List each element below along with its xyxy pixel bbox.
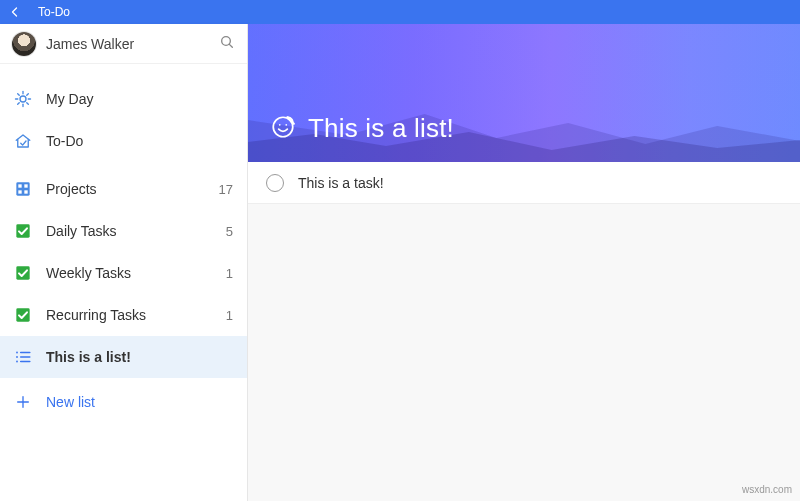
user-row[interactable]: James Walker bbox=[0, 24, 247, 64]
watermark: wsxdn.com bbox=[742, 484, 792, 495]
list-header: This is a list! bbox=[248, 24, 800, 162]
sun-icon bbox=[14, 90, 32, 108]
sidebar-item-my-day[interactable]: My Day bbox=[0, 78, 247, 120]
svg-line-8 bbox=[27, 103, 29, 105]
svg-point-21 bbox=[16, 361, 18, 363]
task-checkbox[interactable] bbox=[266, 174, 284, 192]
sidebar-item-count: 1 bbox=[217, 308, 233, 323]
back-button[interactable] bbox=[8, 5, 22, 19]
svg-line-7 bbox=[18, 94, 20, 96]
svg-rect-12 bbox=[18, 184, 21, 187]
sidebar-item-count: 5 bbox=[217, 224, 233, 239]
sidebar-item-label: Daily Tasks bbox=[46, 223, 203, 239]
sidebar-item-count: 17 bbox=[217, 182, 233, 197]
grid-icon bbox=[14, 180, 32, 198]
svg-point-20 bbox=[16, 356, 18, 358]
title-bar: To-Do bbox=[0, 0, 800, 24]
list-title: This is a list! bbox=[308, 113, 454, 144]
check-icon bbox=[14, 222, 32, 240]
sidebar-item-recurring-tasks[interactable]: Recurring Tasks 1 bbox=[0, 294, 247, 336]
sidebar-item-label: Recurring Tasks bbox=[46, 307, 203, 323]
svg-point-29 bbox=[285, 123, 287, 125]
sidebar-item-label: To-Do bbox=[46, 133, 203, 149]
svg-rect-11 bbox=[16, 182, 29, 195]
sidebar-item-daily-tasks[interactable]: Daily Tasks 5 bbox=[0, 210, 247, 252]
svg-point-2 bbox=[20, 96, 26, 102]
home-icon bbox=[14, 132, 32, 150]
sidebar-nav: My Day To-Do Projects 17 bbox=[0, 64, 247, 378]
app-title: To-Do bbox=[38, 5, 70, 19]
new-list-button[interactable]: New list bbox=[0, 382, 247, 422]
svg-rect-13 bbox=[24, 184, 27, 187]
new-list-label: New list bbox=[46, 394, 95, 410]
svg-point-19 bbox=[16, 352, 18, 354]
main-pane: This is a list! This is a task! bbox=[248, 24, 800, 501]
sidebar: James Walker My Day To-Do bbox=[0, 24, 248, 501]
avatar bbox=[12, 32, 36, 56]
sidebar-item-weekly-tasks[interactable]: Weekly Tasks 1 bbox=[0, 252, 247, 294]
task-list: This is a task! bbox=[248, 162, 800, 501]
sidebar-item-label: This is a list! bbox=[46, 349, 203, 365]
search-button[interactable] bbox=[219, 34, 235, 53]
user-name: James Walker bbox=[46, 36, 209, 52]
svg-line-9 bbox=[18, 103, 20, 105]
svg-line-1 bbox=[229, 44, 232, 47]
smiley-icon bbox=[270, 114, 296, 144]
svg-rect-14 bbox=[18, 190, 21, 193]
sidebar-item-projects[interactable]: Projects 17 bbox=[0, 168, 247, 210]
task-row[interactable]: This is a task! bbox=[248, 162, 800, 204]
sidebar-item-label: Projects bbox=[46, 181, 203, 197]
svg-line-10 bbox=[27, 94, 29, 96]
svg-point-28 bbox=[279, 123, 281, 125]
sidebar-item-custom-list[interactable]: This is a list! bbox=[0, 336, 247, 378]
sidebar-item-label: My Day bbox=[46, 91, 203, 107]
svg-rect-15 bbox=[24, 190, 27, 193]
sidebar-item-todo[interactable]: To-Do bbox=[0, 120, 247, 162]
sidebar-item-label: Weekly Tasks bbox=[46, 265, 203, 281]
task-title: This is a task! bbox=[298, 175, 384, 191]
check-icon bbox=[14, 306, 32, 324]
sidebar-item-count: 1 bbox=[217, 266, 233, 281]
list-icon bbox=[14, 348, 32, 366]
check-icon bbox=[14, 264, 32, 282]
plus-icon bbox=[14, 393, 32, 411]
